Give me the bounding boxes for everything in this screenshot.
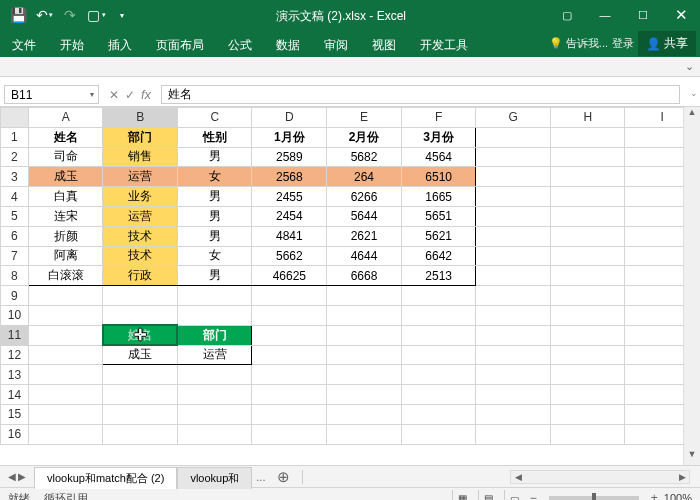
- cell[interactable]: [252, 424, 327, 444]
- cell[interactable]: [177, 305, 252, 325]
- save-button[interactable]: 💾: [6, 3, 30, 27]
- select-all-corner[interactable]: [1, 108, 29, 128]
- cell[interactable]: [476, 226, 551, 246]
- row-header-10[interactable]: 10: [1, 305, 29, 325]
- col-header-H[interactable]: H: [550, 108, 625, 128]
- cell[interactable]: [476, 167, 551, 187]
- col-header-G[interactable]: G: [476, 108, 551, 128]
- ribbon-display-button[interactable]: ▢: [548, 0, 586, 30]
- cell[interactable]: [550, 147, 625, 167]
- cell[interactable]: 性别: [177, 127, 252, 147]
- row-header-6[interactable]: 6: [1, 226, 29, 246]
- cell[interactable]: [177, 424, 252, 444]
- cell[interactable]: [252, 286, 327, 306]
- cell[interactable]: [550, 385, 625, 405]
- cell[interactable]: 6642: [401, 246, 476, 266]
- cell[interactable]: [252, 325, 327, 345]
- cell[interactable]: [252, 404, 327, 424]
- cell[interactable]: [401, 286, 476, 306]
- cell[interactable]: 女: [177, 246, 252, 266]
- cell[interactable]: [327, 325, 402, 345]
- cell[interactable]: 2568: [252, 167, 327, 187]
- cell[interactable]: [401, 424, 476, 444]
- cell[interactable]: 4841: [252, 226, 327, 246]
- col-header-E[interactable]: E: [327, 108, 402, 128]
- col-header-F[interactable]: F: [401, 108, 476, 128]
- cell[interactable]: [550, 345, 625, 365]
- tab-nav[interactable]: ◀▶: [0, 471, 34, 482]
- cell[interactable]: [401, 365, 476, 385]
- cell[interactable]: 男: [177, 266, 252, 286]
- row-header-4[interactable]: 4: [1, 187, 29, 207]
- new-file-button[interactable]: ▢▾: [84, 3, 108, 27]
- cell[interactable]: 6668: [327, 266, 402, 286]
- view-page-layout-button[interactable]: ▤: [478, 490, 498, 500]
- cell[interactable]: [28, 385, 103, 405]
- row-header-9[interactable]: 9: [1, 286, 29, 306]
- cell[interactable]: 白真: [28, 187, 103, 207]
- ribbon-collapse-icon[interactable]: ⌄: [685, 60, 694, 73]
- sheet-tab-active[interactable]: vlookup和match配合 (2): [34, 467, 177, 489]
- cell[interactable]: 成玉: [103, 345, 178, 365]
- tab-home[interactable]: 开始: [48, 30, 96, 57]
- tab-formulas[interactable]: 公式: [216, 30, 264, 57]
- cell[interactable]: [550, 424, 625, 444]
- cell[interactable]: 1665: [401, 187, 476, 207]
- cell[interactable]: [476, 424, 551, 444]
- cell[interactable]: [103, 424, 178, 444]
- cell[interactable]: [476, 127, 551, 147]
- tab-view[interactable]: 视图: [360, 30, 408, 57]
- cell[interactable]: [476, 266, 551, 286]
- cell[interactable]: 部门: [177, 325, 252, 345]
- view-normal-button[interactable]: ▦: [452, 490, 472, 500]
- cell[interactable]: [476, 345, 551, 365]
- cell[interactable]: [550, 266, 625, 286]
- cell[interactable]: 连宋: [28, 206, 103, 226]
- formula-input[interactable]: 姓名: [161, 85, 680, 104]
- cell[interactable]: 264: [327, 167, 402, 187]
- scroll-up-icon[interactable]: ▲: [684, 107, 700, 123]
- new-sheet-button[interactable]: ⊕: [269, 468, 298, 486]
- cell[interactable]: 5682: [327, 147, 402, 167]
- cell[interactable]: [401, 325, 476, 345]
- login-button[interactable]: 登录: [612, 36, 634, 51]
- tab-review[interactable]: 审阅: [312, 30, 360, 57]
- cell[interactable]: [28, 305, 103, 325]
- formula-bar-expand-icon[interactable]: ⌄: [690, 88, 698, 98]
- col-header-D[interactable]: D: [252, 108, 327, 128]
- cell[interactable]: [327, 345, 402, 365]
- cell[interactable]: [401, 305, 476, 325]
- cell[interactable]: [401, 404, 476, 424]
- cell[interactable]: [476, 305, 551, 325]
- col-header-A[interactable]: A: [28, 108, 103, 128]
- fx-icon[interactable]: fx: [141, 87, 151, 102]
- zoom-level[interactable]: 100%: [664, 492, 692, 500]
- cell[interactable]: [252, 385, 327, 405]
- name-box-dropdown-icon[interactable]: ▾: [90, 90, 94, 99]
- cell[interactable]: 折颜: [28, 226, 103, 246]
- cell[interactable]: [401, 385, 476, 405]
- tab-file[interactable]: 文件: [0, 30, 48, 57]
- cell[interactable]: [327, 424, 402, 444]
- cell[interactable]: [476, 365, 551, 385]
- cell[interactable]: [476, 325, 551, 345]
- qat-customize-button[interactable]: ▾: [110, 3, 134, 27]
- cell[interactable]: [252, 305, 327, 325]
- cell[interactable]: [327, 365, 402, 385]
- cell[interactable]: [550, 206, 625, 226]
- row-header-11[interactable]: 11: [1, 325, 29, 345]
- cell[interactable]: [550, 404, 625, 424]
- cell[interactable]: [28, 345, 103, 365]
- cell[interactable]: 2月份: [327, 127, 402, 147]
- maximize-button[interactable]: ☐: [624, 0, 662, 30]
- cell[interactable]: [177, 385, 252, 405]
- cell[interactable]: [28, 286, 103, 306]
- redo-button[interactable]: ↷: [58, 3, 82, 27]
- cell[interactable]: [327, 305, 402, 325]
- cell[interactable]: 男: [177, 226, 252, 246]
- cell[interactable]: [476, 206, 551, 226]
- cell[interactable]: 5651: [401, 206, 476, 226]
- cell[interactable]: [252, 365, 327, 385]
- cell[interactable]: 2513: [401, 266, 476, 286]
- row-header-5[interactable]: 5: [1, 206, 29, 226]
